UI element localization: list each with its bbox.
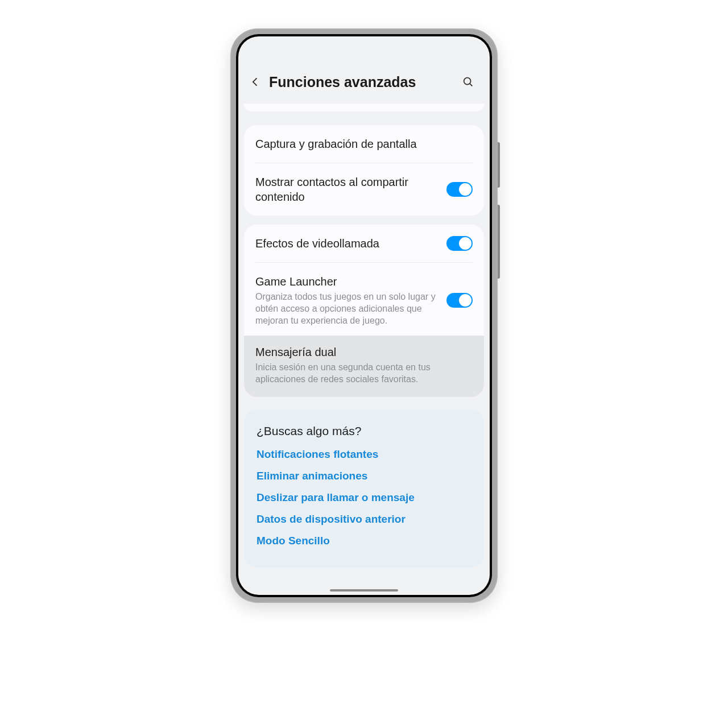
back-button[interactable] bbox=[245, 72, 266, 92]
toggle-game-launcher[interactable] bbox=[446, 293, 473, 308]
phone-bezel: Funciones avanzadas Captura y grabación … bbox=[236, 34, 492, 597]
row-title: Captura y grabación de pantalla bbox=[255, 136, 473, 151]
status-bar bbox=[238, 36, 490, 65]
svg-line-1 bbox=[470, 84, 472, 86]
row-game-launcher[interactable]: Game Launcher Organiza todos tus juegos … bbox=[244, 263, 484, 338]
search-icon bbox=[462, 76, 474, 88]
suggestions-card: ¿Buscas algo más? Notificaciones flotant… bbox=[244, 410, 484, 568]
page-title: Funciones avanzadas bbox=[269, 74, 458, 90]
row-show-contacts[interactable]: Mostrar contactos al compartir contenido bbox=[244, 163, 484, 216]
suggestions-title: ¿Buscas algo más? bbox=[257, 424, 471, 438]
header: Funciones avanzadas bbox=[238, 65, 490, 104]
chevron-left-icon bbox=[250, 76, 261, 88]
suggestion-link[interactable]: Datos de dispositivo anterior bbox=[257, 513, 471, 526]
phone-side-button bbox=[498, 142, 500, 188]
svg-point-0 bbox=[464, 78, 471, 85]
row-title: Game Launcher bbox=[255, 274, 437, 289]
toggle-show-contacts[interactable] bbox=[446, 182, 473, 197]
row-description: Inicia sesión en una segunda cuenta en t… bbox=[255, 362, 473, 386]
search-button[interactable] bbox=[458, 72, 478, 92]
row-video-effects[interactable]: Efectos de videollamada bbox=[244, 225, 484, 262]
screen: Funciones avanzadas Captura y grabación … bbox=[238, 36, 490, 595]
row-title: Mensajería dual bbox=[255, 345, 473, 359]
content[interactable]: Captura y grabación de pantalla Mostrar … bbox=[238, 104, 490, 568]
phone-side-button bbox=[498, 205, 500, 279]
row-screen-capture[interactable]: Captura y grabación de pantalla bbox=[244, 125, 484, 163]
home-indicator[interactable] bbox=[330, 589, 398, 592]
card-sliver bbox=[244, 104, 484, 111]
row-description: Organiza todos tus juegos en un solo lug… bbox=[255, 291, 437, 326]
phone-frame: Funciones avanzadas Captura y grabación … bbox=[230, 28, 498, 603]
settings-card: Captura y grabación de pantalla Mostrar … bbox=[244, 125, 484, 216]
suggestion-link[interactable]: Deslizar para llamar o mensaje bbox=[257, 491, 471, 504]
suggestion-link[interactable]: Notificaciones flotantes bbox=[257, 448, 471, 461]
row-title: Mostrar contactos al compartir contenido bbox=[255, 175, 437, 204]
suggestion-link[interactable]: Eliminar animaciones bbox=[257, 470, 471, 482]
row-dual-messenger[interactable]: Mensajería dual Inicia sesión en una seg… bbox=[244, 336, 484, 397]
row-title: Efectos de videollamada bbox=[255, 236, 437, 251]
suggestion-link[interactable]: Modo Sencillo bbox=[257, 535, 471, 547]
toggle-video-effects[interactable] bbox=[446, 236, 473, 251]
settings-card: Efectos de videollamada Game Launcher Or… bbox=[244, 225, 484, 397]
